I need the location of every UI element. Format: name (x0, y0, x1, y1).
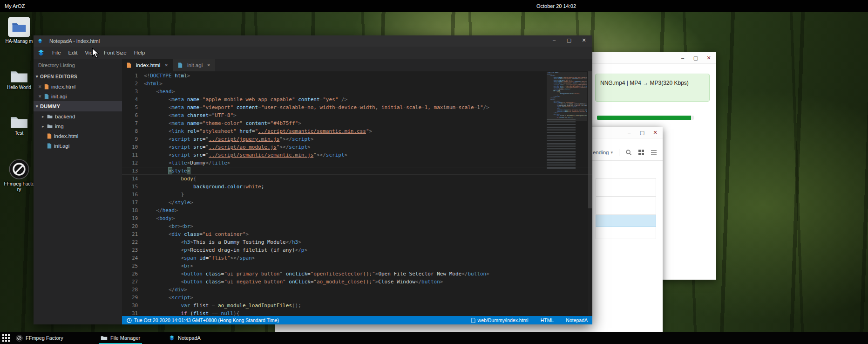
system-menu[interactable]: My ArOZ (5, 3, 25, 9)
agi-file-icon (178, 62, 183, 68)
sidebar-item-open-editors-index-html[interactable]: ✕index.html (34, 82, 122, 91)
close-icon[interactable]: ✕ (38, 84, 44, 89)
grid-view-icon[interactable] (638, 149, 644, 156)
sidebar-item-dummy-init-agi[interactable]: init.agi (34, 141, 122, 151)
menu-file[interactable]: File (48, 48, 65, 57)
code-line[interactable]: 1<!DOCTYPE html> (122, 72, 592, 80)
taskbar-item-notepada[interactable]: NotepadA (165, 332, 204, 344)
file-explorer-sidebar: Directory Listing ▾OPEN EDITORS✕index.ht… (34, 59, 122, 324)
code-line[interactable]: 29 <script> (122, 294, 592, 302)
search-icon[interactable] (625, 149, 632, 156)
list-item-selected[interactable] (596, 215, 656, 227)
code-line[interactable]: 20 <br><br> (122, 222, 592, 230)
code-line[interactable]: 5 <meta name="viewport" content="user-sc… (122, 103, 592, 111)
line-number: 20 (122, 222, 144, 230)
line-content: <meta charset="UTF-8"> (144, 111, 237, 119)
close-icon[interactable]: ✕ (207, 63, 210, 68)
code-line[interactable]: 7 <meta name="theme-color" content="#4b7… (122, 119, 592, 127)
html-file-icon (127, 62, 131, 68)
list-item[interactable] (596, 178, 656, 197)
code-line[interactable]: 14 body{ (122, 175, 592, 183)
code-line[interactable]: 28 </div> (122, 286, 592, 294)
code-line[interactable]: 6 <meta charset="UTF-8"> (122, 111, 592, 119)
sidebar-item-dummy-index-html[interactable]: index.html (34, 131, 122, 141)
scrollbar-thumb[interactable] (588, 71, 592, 208)
sidebar-section-dummy[interactable]: ▾DUMMY (34, 101, 122, 111)
desktop-icon-label: Test (15, 131, 23, 136)
code-line[interactable]: 10 <script src="../script/ao_module.js">… (122, 143, 592, 151)
code-line[interactable]: 2<html> (122, 80, 592, 88)
line-number: 1 (122, 72, 144, 80)
tab-index-html[interactable]: index.html✕ (122, 59, 173, 71)
line-number: 18 (122, 206, 144, 214)
close-icon[interactable]: ✕ (652, 129, 658, 136)
list-view-icon[interactable] (651, 149, 657, 156)
status-app-name: NotepadA (566, 317, 588, 323)
status-file-path[interactable]: web/Dummy/index.html (471, 317, 529, 323)
minimize-icon[interactable]: – (626, 129, 632, 136)
code-line[interactable]: 23 <p>Received drag-in filelist (if any)… (122, 246, 592, 254)
desktop-icon-ha-manager[interactable]: HA-Manag m (1, 17, 37, 44)
chevron-right-icon: ▸ (42, 114, 47, 119)
close-icon[interactable]: ✕ (581, 37, 587, 43)
sidebar-item-dummy-backend[interactable]: ▸backend (34, 111, 122, 121)
close-icon[interactable]: ✕ (38, 94, 44, 99)
close-icon[interactable]: ✕ (164, 63, 168, 68)
line-number: 14 (122, 175, 144, 183)
item-label: index.html (51, 84, 75, 89)
code-line[interactable]: 9 <script src="../script/jquery.min.js">… (122, 135, 592, 143)
menu-edit[interactable]: Edit (65, 48, 81, 57)
taskbar-item-file-manager[interactable]: File Manager (97, 332, 144, 344)
list-item[interactable] (596, 227, 656, 239)
code-line[interactable]: 13 <style> (122, 167, 592, 175)
tab-init-agi[interactable]: init.agi✕ (173, 59, 216, 71)
maximize-icon[interactable]: ▢ (566, 37, 572, 43)
sidebar-section-open-editors[interactable]: ▾OPEN EDITORS (34, 71, 122, 82)
menu-help[interactable]: Help (130, 48, 149, 57)
code-line[interactable]: 31 if (flist == null){ (122, 310, 592, 316)
minimap[interactable]: <!DOCTYPE html><html> <head> <meta name=… (547, 72, 587, 316)
code-line[interactable]: 15 background-color:white; (122, 183, 592, 191)
minimize-icon[interactable]: – (551, 37, 557, 43)
menu-font-size[interactable]: Font Size (100, 48, 130, 57)
code-line[interactable]: 18 </head> (122, 206, 592, 214)
code-editor[interactable]: 1<!DOCTYPE html>2<html>3 <head>4 <meta n… (122, 71, 592, 316)
start-menu-icon[interactable] (2, 334, 10, 342)
list-item[interactable] (596, 197, 656, 215)
code-line[interactable]: 19 <body> (122, 214, 592, 222)
sidebar-item-open-editors-init-agi[interactable]: ✕init.agi (34, 91, 122, 101)
maximize-icon[interactable]: ▢ (693, 54, 698, 62)
code-line[interactable]: 30 var flist = ao_module_loadInputFiles(… (122, 302, 592, 310)
desktop-icon-ffmpeg-factory[interactable]: FFmpeg Factory (1, 158, 37, 193)
maximize-icon[interactable]: ▢ (639, 129, 645, 136)
editor-scrollbar[interactable] (588, 71, 592, 316)
line-content: <br> (144, 262, 193, 270)
code-line[interactable]: 27 <button class="ui negative button" on… (122, 278, 592, 286)
code-line[interactable]: 4 <meta name="apple-mobile-web-app-capab… (122, 96, 592, 103)
code-line[interactable]: 25 <br> (122, 262, 592, 270)
code-line[interactable]: 17 </style> (122, 199, 592, 206)
code-line[interactable]: 26 <button class="ui primary button" onc… (122, 270, 592, 278)
code-line[interactable]: 3 <head> (122, 88, 592, 96)
code-line[interactable]: 12 <title>Dummy</title> (122, 159, 592, 167)
minimize-icon[interactable]: – (680, 54, 685, 62)
menu-view[interactable]: View (81, 48, 100, 57)
sort-dropdown[interactable]: ending ▾ (593, 150, 613, 155)
html-file-icon (44, 84, 49, 89)
line-content: <script src="../script/jquery.min.js"></… (144, 135, 313, 143)
code-line[interactable]: 24 <span id="flist"></span> (122, 254, 592, 262)
desktop-icon-test[interactable]: Test (1, 115, 37, 136)
code-line[interactable]: 8 <link rel="stylesheet" href="../script… (122, 127, 592, 135)
code-line[interactable]: 11 <script src="../script/semantic/seman… (122, 151, 592, 159)
sidebar-item-dummy-img[interactable]: ▸img (34, 121, 122, 131)
code-line[interactable]: 21 <div class="ui container"> (122, 230, 592, 238)
taskbar-item-ffmpeg-factory[interactable]: FFmpeg Factory (12, 332, 67, 344)
sidebar-header[interactable]: Directory Listing (34, 59, 122, 71)
close-icon[interactable]: ✕ (706, 54, 712, 62)
code-line[interactable]: 22 <h3>This is a Dummy Testing Module</h… (122, 238, 592, 246)
notepada-titlebar[interactable]: NotepadA - index.html – ▢ ✕ (34, 35, 592, 47)
code-line[interactable]: 16 } (122, 191, 592, 199)
status-language[interactable]: HTML (541, 317, 554, 323)
desktop-icon-hello-world[interactable]: Hello World (1, 69, 37, 90)
line-content: <meta name="theme-color" content="#4b75f… (144, 119, 301, 127)
